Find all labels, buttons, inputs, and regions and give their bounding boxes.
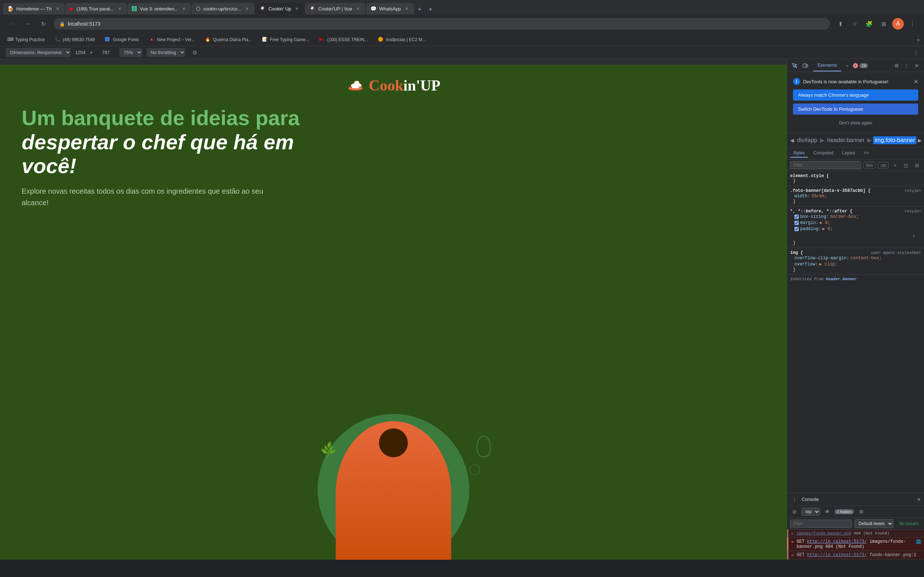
console-source-link-2[interactable]: 🌐 — [916, 540, 921, 544]
throttle-select[interactable]: No throttling — [147, 48, 185, 57]
tab-close-cookinup2[interactable]: ✕ — [355, 6, 361, 11]
tab-vue3[interactable]: 🅰 Vue 3: entenden... ✕ — [128, 3, 191, 15]
bookmark-phone[interactable]: 📞 (48) 99630-7549 — [52, 35, 98, 44]
console-settings-icon[interactable]: ⚙ — [857, 508, 866, 516]
tab-close-whatsapp[interactable]: ✕ — [404, 6, 410, 11]
breadcrumb-forward-icon[interactable]: ▶ — [918, 136, 922, 145]
tab-elements[interactable]: Elements — [813, 60, 842, 71]
breadcrumb-img-foto-banner[interactable]: img.foto-banner — [873, 136, 916, 144]
tab-close-homebrew[interactable]: ✕ — [55, 6, 60, 11]
tab-layout[interactable]: Layout — [839, 149, 858, 158]
css-propval-overflow[interactable]: ▶ clip; — [819, 261, 837, 267]
dimensions-select[interactable]: Dimensions: Responsive — [6, 48, 71, 57]
share-button[interactable]: ⬆ — [835, 18, 846, 29]
switch-to-portuguese-button[interactable]: Switch DevTools to Portuguese — [793, 103, 918, 115]
tab-close-github[interactable]: ✕ — [244, 6, 250, 11]
bookmark-ec2[interactable]: 🟠 Instâncias | EC2 M... — [375, 35, 429, 44]
add-style-rule-icon[interactable]: + — [891, 161, 900, 169]
dont-show-again-button[interactable]: Don't show again — [793, 119, 918, 127]
food-deco-right2 — [469, 464, 480, 475]
back-button[interactable]: ← — [6, 18, 17, 29]
css-propval-overflow-clip[interactable]: content-box; — [850, 256, 881, 261]
console-context-select[interactable]: top — [802, 508, 820, 516]
bookmark-google-fonts[interactable]: 🅰 Google Fonts — [102, 35, 142, 44]
styles-filter-input[interactable] — [790, 161, 861, 169]
tab-computed[interactable]: Computed — [811, 149, 836, 158]
tab-close-vue3[interactable]: ✕ — [181, 6, 187, 11]
logo-area: Cookin'UP — [347, 76, 440, 95]
tab-close-cookinup1[interactable]: ✕ — [294, 6, 300, 11]
console-link-1[interactable]: images/fundo-banner.png — [796, 531, 851, 535]
more-tabs-icon[interactable]: » — [843, 61, 851, 70]
tab-styles[interactable]: Styles — [790, 149, 808, 158]
zoom-select[interactable]: 75% — [120, 48, 142, 57]
always-match-language-button[interactable]: Always match Chrome's language — [793, 89, 918, 101]
settings-icon[interactable]: ⚙ — [892, 61, 901, 70]
devtools-close-button[interactable]: ✕ — [913, 61, 921, 70]
bookmark-typing-practice[interactable]: ⌨ Typing Practice — [4, 35, 48, 44]
reload-button[interactable]: ↻ — [37, 18, 49, 29]
bookmark-label-ec2: Instâncias | EC2 M... — [386, 37, 426, 42]
device-toolbar-icon[interactable] — [801, 61, 809, 70]
profile-button[interactable]: A — [892, 18, 904, 29]
lang-notification-close[interactable]: ✕ — [914, 78, 918, 85]
vue3-favicon: 🅰 — [132, 6, 137, 11]
tab-cookinup1[interactable]: 🍳 Cookin' Up ✕ — [255, 3, 304, 15]
css-propname-box-sizing: box-sizing: — [800, 214, 829, 219]
tab-cookinup2[interactable]: 🍳 Cookin'UP | Vue ✕ — [305, 3, 365, 15]
css-prop-value-width[interactable]: 35rem; — [811, 193, 827, 199]
cls-button[interactable]: .cls — [878, 162, 889, 168]
inherited-from-selector[interactable]: header.banner — [826, 277, 857, 281]
add-css-property-icon[interactable]: + — [909, 232, 918, 240]
tab-whatsapp[interactable]: 💬 WhatsApp ✕ — [366, 3, 414, 15]
forward-button[interactable]: → — [22, 18, 33, 29]
console-menu-icon[interactable]: ⋮ — [790, 495, 799, 504]
css-propval-box-sizing[interactable]: border-box; — [830, 214, 859, 219]
console-link-3[interactable]: http://lo calhost:5173/ — [807, 553, 867, 558]
bookmark-queima[interactable]: 🔥 Queima Diária Pla... — [202, 35, 254, 44]
new-style-rule-icon[interactable]: ◫ — [901, 161, 910, 169]
hero-heading: Um banquete de ideias para despertar o c… — [22, 106, 347, 178]
breadcrumb-header-banner[interactable]: header.banner — [826, 136, 866, 144]
address-bar[interactable]: 🔒 localhost:5173 — [53, 18, 830, 29]
inspect-element-icon[interactable] — [790, 61, 799, 70]
info-icon: i — [793, 78, 800, 85]
extensions-button[interactable]: 🧩 — [863, 18, 875, 29]
console-eye-icon[interactable]: 👁 — [823, 508, 832, 516]
bookmark-typing-game[interactable]: 📝 Free Typing Game... — [259, 35, 312, 44]
console-levels-select[interactable]: Default levels — [855, 519, 893, 528]
tab-homebrew[interactable]: 🍺 Homebrew — Th ✕ — [3, 3, 65, 15]
tab-github[interactable]: ⬡ cookin-up/src/co... ✕ — [192, 3, 254, 15]
menu-button[interactable]: ⋮ — [907, 18, 918, 29]
tab-list-button[interactable]: ▾ — [426, 4, 436, 15]
console-close-button[interactable]: ✕ — [917, 496, 921, 502]
console-link-2[interactable]: http://lo calhost:5173/ — [807, 539, 867, 544]
console-filter-input[interactable] — [790, 520, 852, 528]
tab-youtube[interactable]: ▶ (189) True paral... ✕ — [65, 3, 127, 15]
css-propval-margin[interactable]: ▶ 0; — [820, 220, 830, 226]
bookmarks-more-button[interactable]: » — [917, 37, 920, 43]
main-area: Cookin'UP Um banquete de ideias para des… — [0, 59, 924, 560]
devtools-more-button[interactable]: ⋮ — [914, 50, 918, 55]
pseudo-hover-button[interactable]: :hov — [863, 162, 876, 168]
tab-more-styles[interactable]: >> — [861, 149, 872, 158]
profile-split-button[interactable]: ⊞ — [878, 18, 889, 29]
new-tab-button[interactable]: + — [415, 4, 425, 15]
styles-panel-tabs: Styles Computed Layout >> — [787, 148, 924, 160]
css-checkbox-box-sizing[interactable] — [795, 214, 799, 219]
css-propval-padding[interactable]: ▶ 0; — [822, 226, 833, 232]
breadcrumb-back-icon[interactable]: ◀ — [790, 136, 794, 145]
rotate-icon[interactable]: ⊘ — [192, 49, 197, 56]
bookmark-button[interactable]: ☆ — [849, 18, 861, 29]
height-input[interactable] — [97, 50, 115, 55]
devtools-kebab-menu[interactable]: ⋮ — [902, 61, 911, 70]
console-ban-icon[interactable]: ⊘ — [790, 508, 799, 516]
bookmark-new-project[interactable]: 🔺 New Project – Ver... — [146, 35, 198, 44]
bookmark-label-youtube2: (100) ESSE TREIN... — [327, 37, 368, 42]
css-checkbox-padding[interactable] — [795, 227, 799, 231]
tab-close-youtube[interactable]: ✕ — [116, 6, 122, 11]
breadcrumb-div-app[interactable]: div#app — [795, 136, 819, 144]
toggle-element-state-icon[interactable]: ⊟ — [913, 161, 921, 169]
bookmark-youtube2[interactable]: ▶ (100) ESSE TREIN... — [317, 35, 371, 44]
css-checkbox-margin[interactable] — [795, 221, 799, 225]
